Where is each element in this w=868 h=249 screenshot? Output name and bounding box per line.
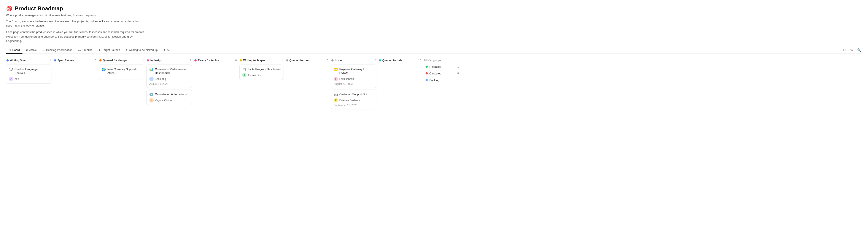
column-count-ready-tech: 0	[234, 59, 237, 62]
card-cancellation-title: Cancellation Automations	[155, 92, 187, 96]
search-button[interactable]: 🔍	[856, 47, 862, 53]
hidden-group-backlog-count: 1	[457, 78, 459, 81]
status-dot-queued-rele	[379, 59, 381, 62]
card-chatbot-meta: Z Zoe	[9, 77, 49, 81]
tab-timeline-icon: ▭	[78, 48, 81, 51]
card-invite-program[interactable]: 📋 Invite Program Dashboard A Andrea Lim	[239, 65, 283, 80]
tab-timeline-label: Timeline	[82, 48, 93, 51]
tab-backlog[interactable]: ☰ Backlog Prioritisation	[40, 47, 75, 54]
status-dot-in-design	[147, 59, 149, 62]
card-cancellation-icon: ⚙️	[149, 93, 153, 97]
status-dot-writing-spec	[6, 59, 9, 62]
card-customer-assignee: Esteban Balderas	[339, 99, 360, 102]
hidden-group-released[interactable]: Released 1	[424, 64, 461, 69]
card-payment-title: Payment Gateway / LATAM	[339, 67, 373, 75]
card-chatbot[interactable]: 💬 Chatbot Language Controls Z Zoe	[6, 65, 52, 83]
page-desc-2: The Board gives you a birds-eye view of …	[6, 19, 144, 28]
card-payment-icon: 💳	[334, 68, 338, 71]
column-header-in-dev: In dev 2	[331, 58, 376, 63]
card-chatbot-title: Chatbot Language Controls	[14, 67, 49, 75]
column-count-queued-rele: 0	[418, 59, 421, 62]
column-count-writing-tech: 1	[280, 59, 283, 62]
card-conversion-title-row: 📊 Conversion Performance Dashboards	[149, 67, 189, 75]
card-customer-title-row: 🤖 Customer Support Bot	[334, 92, 373, 97]
card-customer-support[interactable]: 🤖 Customer Support Bot E Esteban Baldera…	[331, 90, 376, 109]
column-count-in-dev: 2	[373, 59, 376, 62]
sort-button[interactable]: ⇅	[848, 47, 855, 53]
tab-waiting-icon: ≡	[125, 48, 127, 51]
column-title-writing-spec: Writing Spec	[10, 59, 46, 62]
filter-button[interactable]: ⊟	[841, 47, 847, 53]
column-header-queued-rele: Queued for rele... 0	[378, 58, 422, 63]
hidden-groups-title: Hidden groups	[424, 58, 461, 63]
status-dot-ready-tech	[194, 59, 196, 62]
column-title-in-dev: In dev	[335, 59, 372, 62]
card-conversion-avatar: B	[149, 77, 154, 81]
hidden-group-released-label: Released	[430, 65, 456, 68]
card-cancellation-meta: V Virginia Conde	[149, 98, 189, 103]
card-payment-date: August 20, 2023	[334, 82, 373, 85]
tab-all[interactable]: ✦ All	[161, 47, 173, 54]
hidden-groups-panel: Hidden groups Released 1 Canceled 0 Back…	[424, 58, 461, 83]
page-desc-1: Where product managers can prioritise ne…	[6, 13, 144, 17]
tab-board-icon: ⊞	[9, 48, 11, 51]
page-title: Product Roadmap	[15, 5, 63, 12]
card-payment-title-row: 💳 Payment Gateway / LATAM	[334, 67, 373, 75]
card-customer-icon: 🤖	[334, 93, 338, 97]
column-header-queued-design: Queued for design 1	[99, 58, 144, 63]
column-title-queued-design: Queued for design	[103, 59, 140, 62]
tab-waiting[interactable]: ≡ Waiting to be picked up	[123, 47, 160, 54]
card-customer-date: September 15, 2023	[334, 104, 373, 107]
card-payment-avatar: F	[334, 77, 338, 81]
card-customer-title: Customer Support Bot	[339, 92, 367, 96]
hidden-group-backlog-dot	[426, 79, 428, 81]
card-invite-title: Invite Program Dashboard	[248, 67, 281, 71]
column-title-ready-tech: Ready for tech s...	[198, 59, 232, 62]
card-cancellation-assignee: Virginia Conde	[155, 99, 172, 102]
card-invite-meta: A Andrea Lim	[242, 73, 281, 77]
card-payment-meta: F Felix Jensen	[334, 77, 373, 81]
status-dot-writing-tech	[240, 59, 242, 62]
card-payment-gateway[interactable]: 💳 Payment Gateway / LATAM F Felix Jensen…	[331, 65, 376, 88]
page-header: 🎯 Product Roadmap Where product managers…	[6, 5, 862, 43]
status-dot-spec-review	[54, 59, 56, 62]
card-new-currency-icon: 🌍	[102, 68, 106, 71]
card-invite-assignee: Andrea Lim	[248, 74, 261, 77]
card-chatbot-title-row: 💬 Chatbot Language Controls	[9, 67, 49, 75]
card-new-currency[interactable]: 🌍 New Currency Support / Africa	[99, 65, 144, 79]
card-conversion-meta: B Ben Lang	[149, 77, 189, 81]
column-count-in-design: 2	[188, 59, 191, 62]
card-customer-avatar: E	[334, 98, 338, 103]
column-count-queued-dev: 0	[326, 59, 328, 62]
tab-timeline[interactable]: ▭ Timeline	[75, 47, 95, 54]
card-new-currency-title: New Currency Support / Africa	[107, 67, 142, 75]
card-chatbot-avatar: Z	[9, 77, 13, 81]
card-conversion-icon: 📊	[149, 68, 153, 71]
hidden-group-canceled-label: Canceled	[430, 72, 456, 75]
column-header-queued-dev: Queued for dev 0	[286, 58, 329, 63]
hidden-group-backlog[interactable]: Backlog 1	[424, 77, 461, 83]
status-dot-in-dev	[331, 59, 334, 62]
column-ready-tech: Ready for tech s... 0	[194, 58, 237, 63]
card-conversion[interactable]: 📊 Conversion Performance Dashboards B Be…	[147, 65, 192, 88]
tab-board[interactable]: ⊞ Board	[6, 47, 23, 54]
card-cancellation-title-row: ⚙️ Cancellation Automations	[149, 92, 189, 97]
card-cancellation[interactable]: ⚙️ Cancellation Automations V Virginia C…	[147, 90, 192, 105]
hidden-group-released-dot	[426, 66, 428, 68]
card-payment-assignee: Felix Jensen	[339, 77, 354, 80]
column-header-writing-spec: Writing Spec 1	[6, 58, 52, 63]
card-conversion-assignee: Ben Lang	[155, 77, 166, 80]
tab-active-label: Active	[29, 48, 37, 51]
tab-target[interactable]: ▲ Target Launch	[95, 47, 123, 54]
hidden-group-canceled[interactable]: Canceled 0	[424, 71, 461, 76]
card-conversion-title: Conversion Performance Dashboards	[155, 67, 189, 75]
column-spec-review: Spec Review 0	[54, 58, 97, 63]
column-queued-dev: Queued for dev 0	[286, 58, 329, 63]
hidden-group-canceled-count: 0	[457, 72, 459, 75]
tab-target-icon: ▲	[98, 48, 101, 51]
tab-active[interactable]: ◉ Active	[23, 47, 39, 54]
card-chatbot-icon: 💬	[9, 68, 13, 71]
status-dot-queued-dev	[286, 59, 288, 62]
column-count-writing-spec: 1	[48, 59, 51, 62]
column-header-writing-tech: Writing tech spec 1	[239, 58, 283, 63]
